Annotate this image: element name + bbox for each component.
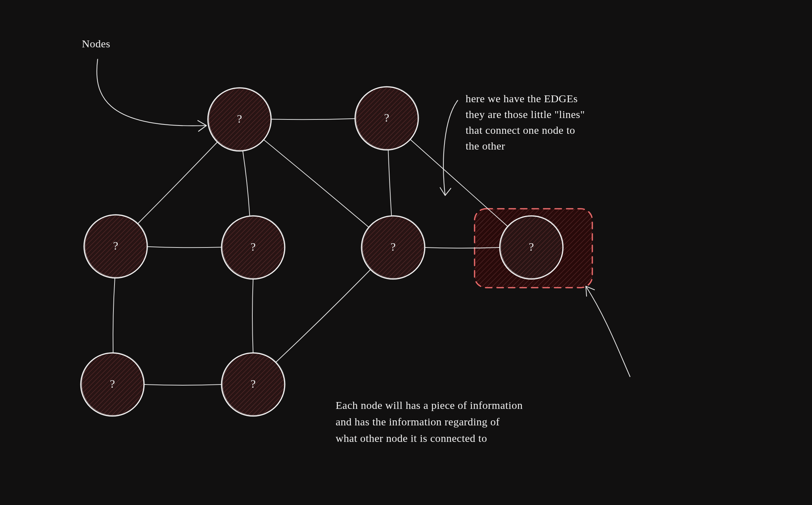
node-label: ?: [237, 112, 242, 125]
node-info-annotation-line: and has the information regarding of: [336, 416, 500, 428]
node-label: ?: [384, 111, 389, 124]
node-info-annotation-line: Each node will has a piece of informatio…: [336, 399, 523, 411]
node-label: ?: [251, 240, 256, 253]
nodes-label: Nodes: [82, 38, 110, 49]
edges-annotation-line: here we have the EDGEs: [466, 93, 578, 104]
edges-annotation-line: they are those little "lines": [466, 108, 585, 120]
edges-annotation-line: that connect one node to: [466, 124, 575, 136]
node-info-annotation-line: what other node it is connected to: [336, 432, 487, 444]
node-label: ?: [391, 240, 396, 253]
node-label: ?: [113, 239, 118, 252]
node-label: ?: [110, 377, 115, 390]
edges-annotation-line: the other: [466, 140, 505, 152]
graph-diagram: ???????? Nodeshere we have the EDGEsthey…: [0, 0, 812, 505]
node-label: ?: [251, 377, 256, 390]
node-label: ?: [529, 240, 534, 253]
